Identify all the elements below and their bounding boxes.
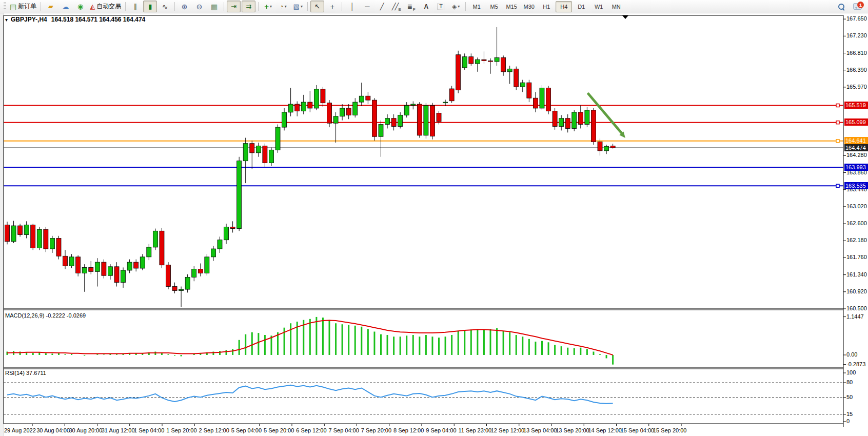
timeframe-m30-button[interactable]: M30: [521, 1, 537, 12]
candle-up: [540, 88, 544, 108]
collapse-indicator-toggle[interactable]: ▾: [5, 17, 8, 23]
candle-down: [565, 118, 570, 129]
indicators-button[interactable]: +▾: [261, 1, 275, 12]
label-button[interactable]: T: [434, 1, 448, 12]
toolbar-separator: [174, 2, 175, 11]
auto-trading-button-label: 自动交易: [96, 2, 121, 11]
arrows-icon: ◈: [452, 4, 457, 10]
indicators-icon: +: [264, 3, 269, 10]
search-icon: [838, 4, 844, 10]
horizontal-line-button[interactable]: ─: [360, 1, 373, 12]
trendline-button[interactable]: ╱: [374, 1, 388, 12]
candle-up: [147, 247, 151, 257]
notifications-button[interactable]: 1: [849, 1, 865, 12]
candle-up: [282, 112, 287, 127]
candle-down: [391, 118, 396, 127]
candle-up: [475, 60, 480, 64]
cursor-button[interactable]: ↖: [310, 1, 324, 12]
timeframe-d1-button[interactable]: D1: [573, 1, 589, 12]
candle-up: [211, 249, 215, 257]
auto-scroll-button[interactable]: ⇉: [242, 1, 255, 12]
candle-down: [546, 88, 551, 111]
cursor-icon: ↖: [314, 3, 320, 10]
candle-up: [224, 227, 229, 240]
timeframe-h1-button[interactable]: H1: [538, 1, 555, 12]
fibonacci-button[interactable]: ≣F: [404, 1, 418, 12]
tile-windows-button[interactable]: ▦: [207, 1, 221, 12]
candle-up: [179, 289, 184, 290]
candle-up: [24, 225, 29, 234]
candle-down: [89, 267, 93, 271]
candle-up: [108, 267, 112, 275]
candle-up: [301, 102, 306, 111]
bar-chart-button[interactable]: ∥: [128, 1, 142, 12]
timeframe-w1-button[interactable]: W1: [590, 1, 607, 12]
chart-shift-marker[interactable]: [622, 15, 628, 19]
candle-up: [256, 146, 261, 152]
candle-down: [578, 112, 583, 125]
candle-up: [314, 89, 319, 108]
toolbar-separator: [125, 2, 126, 11]
macd-indicator-label: MACD(12,26,9) -0.2222 -0.0269: [5, 312, 86, 319]
time-axis[interactable]: [4, 424, 843, 436]
candle-down: [327, 103, 332, 124]
periods-button[interactable]: ◔▾: [276, 1, 290, 12]
hline-handle[interactable]: [836, 104, 839, 107]
chart-shift-button[interactable]: ⇥: [227, 1, 241, 12]
notification-badge: 1: [857, 2, 864, 8]
timeframe-m5-button[interactable]: M5: [486, 1, 502, 12]
vertical-line-button[interactable]: │: [345, 1, 359, 12]
new-order-icon: ▤: [10, 3, 16, 10]
crosshair-button[interactable]: +: [325, 1, 339, 12]
candle-down: [417, 104, 422, 135]
candle-up: [559, 118, 564, 127]
toolbar-separator: [41, 2, 41, 11]
chevron-down-icon[interactable]: ▾: [285, 4, 287, 9]
mt4-terminal: { "toolbar": { "badge_count": "1", "icon…: [0, 0, 868, 436]
label-icon: T: [438, 3, 444, 10]
chart-profile-button[interactable]: ▰: [44, 1, 57, 12]
timeframe-h4-button[interactable]: H4: [556, 1, 572, 12]
price-axis[interactable]: [843, 13, 868, 427]
candle-up: [185, 277, 190, 289]
chevron-down-icon[interactable]: ▾: [270, 4, 272, 9]
channel-button[interactable]: ╱╱E: [389, 1, 403, 12]
chevron-down-icon[interactable]: ▾: [458, 4, 460, 9]
signals-button[interactable]: ◉: [73, 1, 87, 12]
candle-up: [82, 267, 87, 273]
zoom-in-button[interactable]: ⊕: [177, 1, 191, 12]
candle-down: [230, 227, 235, 228]
toolbar-grip[interactable]: [4, 2, 6, 11]
chart-title-row: ▾ GBPJPY-,H4 164.518 164.571 164.456 164…: [5, 16, 145, 23]
hline-handle[interactable]: [836, 140, 839, 143]
candle-up: [269, 150, 273, 163]
candle-up: [462, 57, 467, 68]
auto-trading-button[interactable]: ◭自动交易: [88, 1, 123, 12]
timeframe-mn-button[interactable]: MN: [608, 1, 624, 12]
community-button[interactable]: ☁: [58, 1, 72, 12]
candlestick-button[interactable]: ▮: [143, 1, 157, 12]
tiles-icon: ▦: [211, 3, 218, 10]
chart-canvas[interactable]: [0, 13, 868, 436]
hline-handle[interactable]: [836, 121, 839, 124]
candle-up: [353, 102, 358, 115]
templates-button[interactable]: ▧▾: [291, 1, 305, 12]
candle-up: [398, 115, 403, 126]
text-button[interactable]: A: [419, 1, 433, 12]
chart-shift-icon: ⇥: [231, 3, 236, 10]
new-order-button[interactable]: ▤新订单: [8, 1, 38, 12]
zoom-out-button[interactable]: ⊖: [192, 1, 206, 12]
timeframe-m1-button[interactable]: M1: [468, 1, 485, 12]
clock-icon: ◔: [280, 3, 284, 10]
zoom-in-icon: ⊕: [182, 3, 188, 10]
timeframe-m15-button[interactable]: M15: [503, 1, 520, 12]
hline-handle[interactable]: [836, 184, 839, 187]
arrows-button[interactable]: ◈▾: [449, 1, 463, 12]
chevron-down-icon[interactable]: ▾: [301, 4, 303, 9]
candle-up: [121, 270, 126, 283]
candle-down: [114, 267, 119, 283]
toolbar-right: 1: [834, 1, 866, 12]
search-button[interactable]: [834, 1, 848, 12]
line-chart-button[interactable]: ∿: [158, 1, 172, 12]
candle-up: [404, 105, 409, 115]
